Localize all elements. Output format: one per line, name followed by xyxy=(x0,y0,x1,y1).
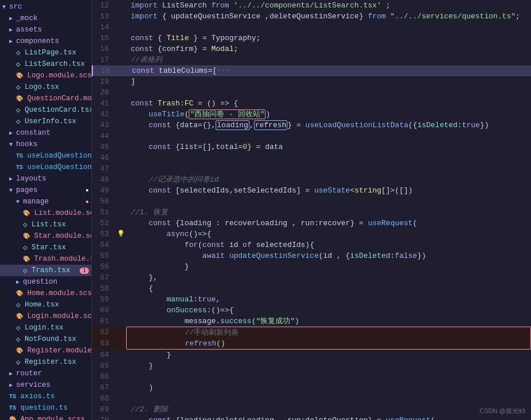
file-label-registermodule: Register.module.s... xyxy=(28,347,92,355)
sidebar-item-trashmodule[interactable]: 🎨 Trash.module.scss xyxy=(0,253,91,265)
line-content-62: //手动刷新列表 xyxy=(126,327,531,338)
line-num-41: 41 xyxy=(92,98,116,109)
line-content-41: const Trash:FC = () => { xyxy=(126,98,531,109)
line-48: 48 //记录选中的问卷id xyxy=(92,174,531,185)
sidebar-item-pages[interactable]: ▼ pages ● xyxy=(0,185,91,196)
line-num-63: 63 xyxy=(92,338,116,349)
sidebar-item-list[interactable]: ◇ List.tsx xyxy=(0,219,91,230)
sidebar-item-layouts[interactable]: ▶ layouts xyxy=(0,173,91,185)
line-63: 63 refresh() xyxy=(92,338,531,350)
line-content-67: ) xyxy=(126,382,531,393)
line-content-56: } xyxy=(126,261,531,272)
line-content-53: async()=>{ xyxy=(126,229,531,240)
sidebar-item-userinfo[interactable]: ◇ UserInfo.tsx xyxy=(0,116,91,127)
file-label-star: Star.tsx xyxy=(32,244,66,252)
line-64: 64 } xyxy=(92,350,531,360)
file-icon-trash: ◇ xyxy=(23,266,28,275)
line-69: 69 //2. 删除 xyxy=(92,404,531,415)
sidebar-item-question[interactable]: ▶ question xyxy=(0,276,91,288)
file-icon-logo: ◇ xyxy=(16,83,21,92)
sidebar-item-loginmodule[interactable]: 🎨 Login.module.scss xyxy=(0,311,91,322)
folder-label-hooks: hooks xyxy=(16,140,38,148)
sidebar-item-appmodule[interactable]: 🎨 App.module.scss xyxy=(0,414,91,420)
line-content-59: manual:true, xyxy=(126,294,531,305)
file-icon-logomodule: 🎨 xyxy=(16,72,23,79)
sidebar-item-trash[interactable]: ◇ Trash.tsx 1 xyxy=(0,265,91,276)
arrow-manage: ▼ xyxy=(16,199,23,205)
sidebar-item-registermodule[interactable]: 🎨 Register.module.s... xyxy=(0,345,91,356)
line-46: 46 xyxy=(92,152,531,163)
sidebar-item-logomodule[interactable]: 🎨 Logo.module.scss xyxy=(0,70,91,81)
line-content-54: for(const id of selectedIds){ xyxy=(126,240,531,250)
line-num-57: 57 xyxy=(92,272,116,283)
line-num-48: 48 xyxy=(92,174,116,185)
line-61: 61 message.success("恢复成功") xyxy=(92,316,531,327)
sidebar-item-mock[interactable]: ▶ _mock xyxy=(0,13,91,24)
folder-label-router: router xyxy=(16,370,42,378)
file-icon-starmodule: 🎨 xyxy=(23,233,30,240)
sidebar-item-listsearch[interactable]: ◇ ListSearch.tsx xyxy=(0,58,91,70)
sidebar-item-star[interactable]: ◇ Star.tsx xyxy=(0,242,91,253)
file-label-loginmodule: Login.module.scss xyxy=(28,312,92,320)
file-icon-useloadq2: TS xyxy=(16,164,23,171)
line-num-16: 16 xyxy=(92,44,116,54)
file-icon-login: ◇ xyxy=(16,323,21,332)
code-lines[interactable]: 12 import ListSearch from '../../compone… xyxy=(92,0,531,420)
file-icon-register: ◇ xyxy=(16,358,21,367)
folder-label-mock: _mock xyxy=(16,14,38,22)
line-num-58: 58 xyxy=(92,283,116,294)
line-58: 58 { xyxy=(92,283,531,294)
line-51: 51 //1. 恢复 xyxy=(92,207,531,218)
sidebar-item-home[interactable]: ◇ Home.tsx xyxy=(0,299,91,311)
sidebar-item-manage[interactable]: ▼ manage ● xyxy=(0,196,91,207)
sidebar-item-login[interactable]: ◇ Login.tsx xyxy=(0,322,91,333)
line-content-48: //记录选中的问卷id xyxy=(126,174,531,185)
line-content-64: } xyxy=(126,350,531,360)
sidebar-item-questionts[interactable]: TS question.ts xyxy=(0,402,91,414)
sidebar-item-useloadq2[interactable]: TS useLoadQuestion... xyxy=(0,162,91,173)
sidebar-item-listmodule[interactable]: 🎨 List.module.scss xyxy=(0,207,91,219)
gutter-53: 💡 xyxy=(116,229,126,240)
file-label-starmodule: Star.module.scss xyxy=(34,232,92,240)
sidebar-item-src[interactable]: ▼ src xyxy=(0,1,91,13)
sidebar-item-register[interactable]: ◇ Register.tsx xyxy=(0,356,91,368)
sidebar-item-listpage[interactable]: ◇ ListPage.tsx xyxy=(0,47,91,58)
line-50: 50 xyxy=(92,196,531,207)
arrow-components: ▶ xyxy=(9,38,16,45)
sidebar-item-starmodule[interactable]: 🎨 Star.module.scss xyxy=(0,230,91,242)
sidebar-item-logo[interactable]: ◇ Logo.tsx xyxy=(0,81,91,93)
sidebar-item-questioncard[interactable]: ◇ QuestionCard.tsx xyxy=(0,104,91,116)
sidebar-item-assets[interactable]: ▶ assets xyxy=(0,24,91,36)
file-icon-notfound: ◇ xyxy=(16,335,21,344)
line-content-45: const {list=[],total=0} = data xyxy=(126,142,531,152)
file-icon-qcard: ◇ xyxy=(16,105,21,115)
sidebar-item-services[interactable]: ▶ services xyxy=(0,379,91,391)
line-70: 70 const {loading:deleteLoading , run:de… xyxy=(92,415,531,420)
line-content-13: import { updateQuestinService ,deleteQue… xyxy=(126,11,531,22)
file-label-useloadq1: useLoadQuestion... xyxy=(28,152,92,160)
line-num-67: 67 xyxy=(92,382,116,393)
sidebar-item-axios[interactable]: TS axios.ts xyxy=(0,391,91,402)
sidebar-item-hooks[interactable]: ▼ hooks xyxy=(0,139,91,150)
line-content-69: //2. 删除 xyxy=(126,404,531,415)
sidebar-item-router[interactable]: ▶ router xyxy=(0,368,91,379)
file-icon-homemodule: 🎨 xyxy=(16,290,23,297)
line-content-17: //表格列 xyxy=(126,54,531,65)
line-num-62: 62 xyxy=(92,327,116,337)
line-num-50: 50 xyxy=(92,196,116,207)
line-num-18: 18 xyxy=(93,65,117,76)
line-59: 59 manual:true, xyxy=(92,294,531,305)
folder-label-constant: constant xyxy=(16,129,50,137)
file-label-userinfo: UserInfo.tsx xyxy=(25,117,76,125)
sidebar-item-homemodule[interactable]: 🎨 Home.module.scss xyxy=(0,288,91,299)
sidebar-item-constant[interactable]: ▶ constant xyxy=(0,127,91,139)
line-num-20: 20 xyxy=(92,87,116,98)
sidebar-item-notfound[interactable]: ◇ NotFound.tsx xyxy=(0,333,91,345)
sidebar-item-questioncardmo[interactable]: 🎨 QuestionCard.mo... xyxy=(0,93,91,104)
sidebar-item-useloadq1[interactable]: TS useLoadQuestion... xyxy=(0,150,91,162)
line-num-47: 47 xyxy=(92,163,116,174)
sidebar-item-components[interactable]: ▶ components xyxy=(0,36,91,47)
line-num-13: 13 xyxy=(92,11,116,22)
file-explorer: ▼ src ▶ _mock ▶ assets ▶ components ◇ Li… xyxy=(0,0,92,420)
file-label-questionts: question.ts xyxy=(21,404,68,412)
